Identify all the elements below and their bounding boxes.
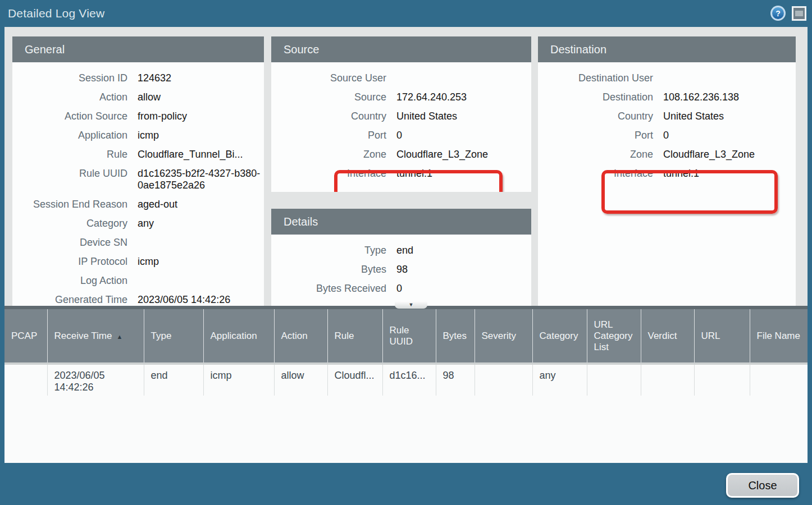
field-rule: RuleCloudflare_Tunnel_Bi...	[12, 145, 264, 164]
field-bytes: Bytes98	[271, 260, 531, 279]
details-panel: Details Typeend Bytes98 Bytes Received0	[271, 209, 531, 306]
cell-receive-time: 2023/06/05 14:42:26	[47, 364, 144, 396]
cell-severity	[475, 364, 532, 396]
field-log-action: Log Action	[12, 272, 264, 291]
column-header-action[interactable]: Action	[274, 309, 327, 364]
field-session-id: Session ID124632	[12, 69, 264, 88]
page-title: Detailed Log View	[0, 7, 104, 20]
details-panel-header: Details	[271, 209, 531, 235]
cell-verdict	[641, 364, 694, 396]
general-panel-header: General	[12, 36, 264, 62]
column-header-application[interactable]: Application	[203, 309, 274, 364]
field-action-source: Action Sourcefrom-policy	[12, 107, 264, 126]
field-rule-uuid: Rule UUIDd1c16235-b2f2-4327-b380-0ae1875…	[12, 164, 264, 195]
cell-file-name	[750, 364, 808, 396]
column-header-rule-uuid[interactable]: Rule UUID	[382, 309, 436, 364]
column-header-severity[interactable]: Severity	[475, 309, 532, 364]
destination-panel: Destination Destination User Destination…	[538, 36, 796, 306]
maximize-icon[interactable]	[792, 6, 806, 21]
column-header-file-name[interactable]: File Name	[750, 309, 808, 364]
sort-ascending-icon: ▲	[116, 333, 122, 340]
cell-pcap	[4, 364, 47, 396]
collapse-icon: ▼	[409, 302, 414, 307]
general-panel: General Session ID124632 Actionallow Act…	[12, 36, 264, 306]
cell-application: icmp	[203, 364, 274, 396]
field-type: Typeend	[271, 241, 531, 260]
field-source-zone: ZoneCloudflare_L3_Zone	[271, 145, 531, 164]
source-panel-header: Source	[271, 36, 531, 62]
column-header-bytes[interactable]: Bytes	[436, 309, 475, 364]
cell-rule-uuid: d1c16...	[382, 364, 436, 396]
column-header-category[interactable]: Category	[532, 309, 587, 364]
column-header-type[interactable]: Type	[144, 309, 203, 364]
column-header-receive-time[interactable]: Receive Time▲	[47, 309, 144, 364]
cell-action: allow	[274, 364, 327, 396]
titlebar-icons: ?	[770, 6, 806, 21]
source-panel-rows: Source User Source172.64.240.253 Country…	[271, 62, 531, 183]
destination-panel-rows: Destination User Destination108.162.236.…	[538, 62, 796, 183]
field-destination-zone: ZoneCloudflare_L3_Zone	[538, 145, 796, 164]
field-destination: Destination108.162.236.138	[538, 88, 796, 107]
field-category: Categoryany	[12, 214, 264, 233]
details-panel-rows: Typeend Bytes98 Bytes Received0	[271, 235, 531, 299]
field-generated-time: Generated Time2023/06/05 14:42:26	[12, 291, 264, 306]
close-button[interactable]: Close	[726, 473, 799, 498]
general-panel-rows: Session ID124632 Actionallow Action Sour…	[12, 62, 264, 306]
field-source: Source172.64.240.253	[271, 88, 531, 107]
column-header-url[interactable]: URL	[694, 309, 750, 364]
cell-url-category-list	[587, 364, 641, 396]
log-table-header-row: PCAP Receive Time▲ Type Application Acti…	[4, 309, 808, 364]
field-destination-port: Port0	[538, 126, 796, 145]
column-header-pcap[interactable]: PCAP	[4, 309, 47, 364]
help-icon-glyph: ?	[772, 7, 784, 19]
cell-bytes: 98	[436, 364, 475, 396]
column-header-rule[interactable]: Rule	[327, 309, 382, 364]
field-device-sn: Device SN	[12, 233, 264, 252]
source-panel: Source Source User Source172.64.240.253 …	[271, 36, 531, 192]
column-header-verdict[interactable]: Verdict	[641, 309, 694, 364]
field-ip-protocol: IP Protocolicmp	[12, 252, 264, 272]
cell-category: any	[532, 364, 587, 396]
field-destination-user: Destination User	[538, 69, 796, 88]
cell-rule: Cloudfl...	[327, 364, 382, 396]
dialog-titlebar: Detailed Log View ?	[0, 0, 812, 27]
field-bytes-received: Bytes Received0	[271, 279, 531, 299]
dialog-content: General Session ID124632 Actionallow Act…	[4, 27, 808, 463]
field-source-port: Port0	[271, 126, 531, 145]
log-table: PCAP Receive Time▲ Type Application Acti…	[4, 309, 808, 396]
field-application: Applicationicmp	[12, 126, 264, 145]
field-destination-interface: Interfacetunnel.1	[538, 164, 796, 183]
field-session-end-reason: Session End Reasonaged-out	[12, 195, 264, 214]
destination-panel-header: Destination	[538, 36, 796, 62]
field-destination-country: CountryUnited States	[538, 107, 796, 126]
cell-type: end	[144, 364, 203, 396]
log-table-row[interactable]: 2023/06/05 14:42:26 end icmp allow Cloud…	[4, 364, 808, 396]
help-icon[interactable]: ?	[770, 6, 786, 21]
column-header-url-category-list[interactable]: URL Category List	[587, 309, 641, 364]
collapse-panels-handle[interactable]: ▼	[395, 301, 427, 309]
field-action: Actionallow	[12, 88, 264, 107]
maximize-icon-pane	[795, 11, 803, 16]
log-table-section: PCAP Receive Time▲ Type Application Acti…	[4, 306, 808, 463]
cell-url	[694, 364, 750, 396]
field-source-interface: Interfacetunnel.1	[271, 164, 531, 183]
field-source-user: Source User	[271, 69, 531, 88]
field-source-country: CountryUnited States	[271, 107, 531, 126]
